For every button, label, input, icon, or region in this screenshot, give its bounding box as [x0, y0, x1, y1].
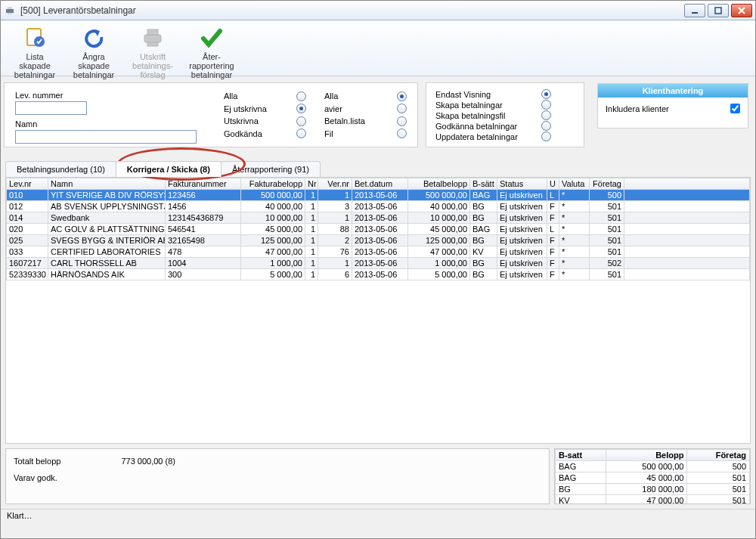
table-row[interactable]: 033CERTIFIED LABORATORIES47847 000,00176… — [7, 246, 750, 258]
table-row[interactable]: 1607217CARL THORSSELL AB10041 000,001120… — [7, 258, 750, 269]
radio-0-3[interactable] — [296, 129, 306, 138]
toolbar-item-0[interactable]: Lista skapade betalningar — [5, 23, 64, 73]
tab-2[interactable]: Återrapportering (91) — [221, 161, 321, 177]
svg-rect-11 — [147, 42, 158, 46]
tab-bar: Betalningsunderlag (10)Korrigera / Skick… — [5, 161, 751, 178]
print-icon — [123, 25, 182, 51]
summary-grid[interactable]: B-sattBeloppFöretagBAG500 000,00500BAG45… — [554, 448, 751, 504]
radio-1-3[interactable] — [397, 129, 407, 138]
col-header[interactable]: Lev.nr — [7, 178, 48, 190]
option-3[interactable] — [541, 121, 551, 131]
toolbar-item-3[interactable]: Åter- rapportering betalningar — [182, 23, 241, 73]
payments-grid[interactable]: Lev.nrNamnFakturanummerFakturabeloppNrVe… — [5, 178, 751, 444]
include-clients-checkbox[interactable] — [730, 104, 740, 113]
option-label: Skapa betalningsfil — [435, 111, 534, 120]
radio-label: Godkända — [224, 129, 271, 138]
col-header[interactable]: U — [547, 178, 559, 190]
radio-1-0[interactable] — [397, 91, 407, 101]
radio-label: Alla — [324, 91, 371, 101]
namn-label: Namn — [15, 119, 224, 129]
col-header[interactable]: Bet.datum — [352, 178, 408, 190]
toolbar-label: Ångra skapade betalningar — [64, 52, 123, 79]
total-value: 773 000,00 (8) — [121, 457, 175, 466]
close-button[interactable] — [731, 4, 752, 17]
radio-0-2[interactable] — [296, 116, 306, 126]
option-label: Uppdatera betalningar — [435, 132, 534, 141]
option-2[interactable] — [541, 110, 551, 120]
klienthantering-panel: Klienthantering Inkludera klienter — [597, 83, 748, 129]
radio-1-1[interactable] — [397, 104, 407, 113]
toolbar-item-2: Utskrift betalnings- förslag — [123, 23, 182, 73]
col-header[interactable]: Fakturabelopp — [241, 178, 305, 190]
table-row[interactable]: 012AB SVENSK UPPLYSNINGSTJ145640 000,001… — [7, 201, 750, 212]
options-panel: Endast VisningSkapa betalningarSkapa bet… — [426, 82, 584, 147]
radio-label: Alla — [224, 91, 271, 101]
table-row[interactable]: 025SVEGS BYGG & INTERIÖR AB32165498125 0… — [7, 235, 750, 246]
svg-rect-4 — [715, 8, 721, 14]
svg-rect-10 — [147, 29, 158, 35]
approved-label: Varav godk. — [14, 473, 57, 482]
status-bar: Klart… — [1, 509, 755, 524]
col-header[interactable]: B-sätt — [470, 178, 497, 190]
sum-row[interactable]: BAG500 000,00500 — [556, 461, 750, 472]
undo-icon — [64, 25, 123, 51]
sum-row[interactable]: BAG45 000,00501 — [556, 472, 750, 484]
toolbar-label: Utskrift betalnings- förslag — [123, 52, 182, 79]
lev-nummer-label: Lev. nummer — [15, 91, 224, 100]
svg-rect-1 — [8, 7, 12, 9]
list-doc-icon — [5, 25, 64, 51]
sum-header[interactable]: B-satt — [556, 450, 606, 461]
col-header[interactable]: Ver.nr — [318, 178, 352, 190]
radio-label: Ej utskrivna — [224, 104, 271, 113]
option-1[interactable] — [541, 100, 551, 110]
option-4[interactable] — [541, 132, 551, 141]
maximize-button[interactable] — [708, 4, 729, 17]
col-header[interactable]: Nr — [305, 178, 318, 190]
radio-label: Utskrivna — [224, 116, 271, 125]
radio-label: Fil — [324, 129, 371, 138]
filter-panel: Lev. nummer Namn AllaEj utskrivnaUtskriv… — [4, 82, 418, 147]
table-row[interactable]: 014Swedbank12314543687910 000,00112013-0… — [7, 212, 750, 224]
printer-icon — [4, 5, 16, 17]
sum-row[interactable]: KV47 000,00501 — [556, 495, 750, 505]
option-label: Skapa betalningar — [435, 101, 534, 110]
svg-rect-9 — [144, 35, 161, 42]
col-header[interactable]: Betalbelopp — [408, 178, 470, 190]
table-row[interactable]: 020AC GOLV & PLATTSÄTTNING54654145 000,0… — [7, 224, 750, 235]
toolbar-label: Lista skapade betalningar — [5, 52, 64, 79]
toolbar-item-1[interactable]: Ångra skapade betalningar — [64, 23, 123, 73]
window-title: [500] Leverantörsbetalningar — [20, 5, 136, 16]
sum-row[interactable]: BG180 000,00501 — [556, 484, 750, 495]
minimize-button[interactable] — [684, 4, 705, 17]
toolbar: Lista skapade betalningarÅngra skapade b… — [1, 20, 755, 76]
tab-0[interactable]: Betalningsunderlag (10) — [5, 161, 116, 177]
option-label: Endast Visning — [435, 90, 534, 99]
sum-header[interactable]: Företag — [687, 450, 750, 461]
option-0[interactable] — [541, 89, 551, 99]
col-header[interactable]: Företag — [590, 178, 624, 190]
radio-label: avier — [324, 104, 371, 113]
klienthantering-title: Klienthantering — [598, 84, 748, 98]
svg-rect-0 — [6, 9, 14, 13]
col-header[interactable]: Fakturanummer — [166, 178, 241, 190]
col-header[interactable]: Status — [497, 178, 547, 190]
radio-0-0[interactable] — [296, 91, 306, 101]
sum-header[interactable]: Belopp — [606, 450, 687, 461]
option-label: Godkänna betalningar — [435, 122, 534, 131]
table-row[interactable]: 52339330HÄRNÖSANDS AIK3005 000,00162013-… — [7, 269, 750, 280]
check-icon — [182, 25, 241, 51]
tab-1[interactable]: Korrigera / Skicka (8) — [116, 161, 222, 177]
radio-1-2[interactable] — [397, 116, 407, 126]
col-header[interactable]: Valuta — [559, 178, 590, 190]
totals-panel: Totalt belopp 773 000,00 (8) Varav godk. — [5, 448, 550, 504]
namn-input[interactable] — [15, 130, 197, 144]
total-label: Totalt belopp — [14, 457, 60, 466]
lev-nummer-input[interactable] — [15, 101, 87, 115]
status-text: Klart… — [7, 511, 33, 520]
titlebar: [500] Leverantörsbetalningar — [1, 1, 755, 20]
col-header[interactable]: Namn — [48, 178, 166, 190]
radio-0-1[interactable] — [296, 104, 306, 113]
radio-label: Betaln.lista — [324, 116, 371, 125]
table-row[interactable]: 010YIT SVERIGE AB DIV RÖRSYS123456500 00… — [7, 190, 750, 201]
toolbar-label: Åter- rapportering betalningar — [182, 52, 241, 79]
